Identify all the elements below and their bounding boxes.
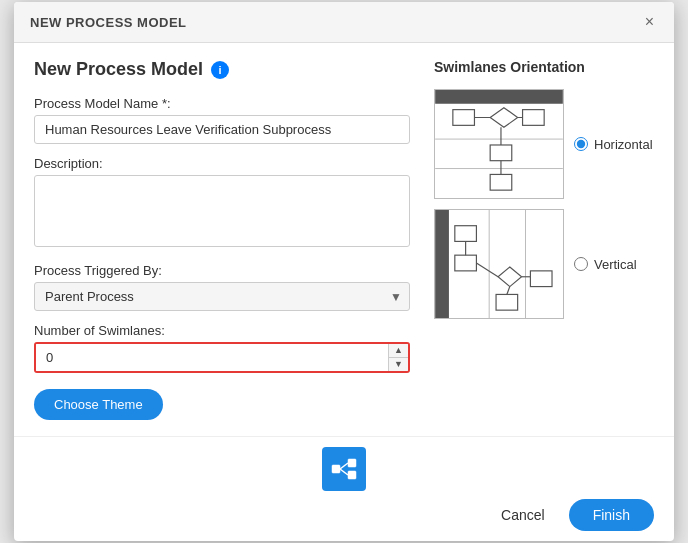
triggered-by-field: Process Triggered By: Parent Process ▼ — [34, 263, 410, 311]
left-panel: New Process Model i Process Model Name *… — [34, 59, 410, 420]
swimlanes-decrement-button[interactable]: ▼ — [389, 358, 408, 371]
vertical-text: Vertical — [594, 257, 637, 272]
horizontal-text: Horizontal — [594, 137, 653, 152]
svg-rect-22 — [496, 294, 518, 310]
info-icon[interactable]: i — [211, 61, 229, 79]
triggered-by-select[interactable]: Parent Process — [34, 282, 410, 311]
svg-line-23 — [507, 287, 510, 295]
description-label: Description: — [34, 156, 410, 171]
svg-rect-26 — [348, 471, 356, 479]
vertical-orientation-option: Vertical — [434, 209, 654, 319]
swimlanes-label: Number of Swimlanes: — [34, 323, 410, 338]
vertical-radio[interactable] — [574, 257, 588, 271]
triggered-by-label: Process Triggered By: — [34, 263, 410, 278]
svg-line-27 — [340, 463, 348, 469]
close-button[interactable]: × — [641, 12, 658, 32]
horizontal-diagram — [434, 89, 564, 199]
process-name-label: Process Model Name *: — [34, 96, 410, 111]
swimlanes-spinner: ▲ ▼ — [388, 344, 408, 371]
svg-rect-0 — [435, 90, 563, 104]
svg-rect-16 — [455, 255, 477, 271]
horizontal-radio[interactable] — [574, 137, 588, 151]
orientation-title: Swimlanes Orientation — [434, 59, 654, 75]
svg-marker-4 — [490, 108, 517, 128]
svg-rect-25 — [348, 459, 356, 467]
dialog-footer: Cancel Finish — [14, 436, 674, 541]
swimlanes-increment-button[interactable]: ▲ — [389, 344, 408, 358]
finish-button[interactable]: Finish — [569, 499, 654, 531]
svg-rect-8 — [490, 145, 512, 161]
horizontal-label: Horizontal — [574, 137, 653, 152]
dialog-body: New Process Model i Process Model Name *… — [14, 43, 674, 436]
process-name-input[interactable] — [34, 115, 410, 144]
swimlanes-field: Number of Swimlanes: ▲ ▼ — [34, 323, 410, 373]
svg-rect-5 — [523, 110, 545, 126]
svg-rect-15 — [455, 226, 477, 242]
swimlanes-input[interactable] — [36, 344, 388, 371]
vertical-label: Vertical — [574, 257, 637, 272]
description-field: Description: — [34, 156, 410, 251]
dialog-titlebar: NEW PROCESS MODEL × — [14, 2, 674, 43]
network-icon — [331, 456, 357, 482]
svg-rect-3 — [453, 110, 475, 126]
svg-line-28 — [340, 469, 348, 475]
horizontal-orientation-option: Horizontal — [434, 89, 654, 199]
swimlanes-input-wrapper: ▲ ▼ — [34, 342, 410, 373]
choose-theme-button[interactable]: Choose Theme — [34, 389, 163, 420]
new-process-model-dialog: NEW PROCESS MODEL × New Process Model i … — [14, 2, 674, 541]
footer-actions: Cancel Finish — [489, 499, 654, 531]
vertical-diagram-svg — [435, 210, 563, 318]
svg-marker-17 — [498, 267, 522, 287]
process-name-field: Process Model Name *: — [34, 96, 410, 144]
svg-line-20 — [476, 263, 498, 277]
triggered-by-select-wrapper: Parent Process ▼ — [34, 282, 410, 311]
heading-text: New Process Model — [34, 59, 203, 80]
dialog-title: NEW PROCESS MODEL — [30, 15, 187, 30]
cancel-button[interactable]: Cancel — [489, 501, 557, 529]
right-panel: Swimlanes Orientation — [434, 59, 654, 420]
svg-rect-24 — [332, 465, 340, 473]
horizontal-diagram-svg — [435, 90, 563, 198]
svg-rect-18 — [530, 271, 552, 287]
vertical-diagram — [434, 209, 564, 319]
description-input[interactable] — [34, 175, 410, 247]
process-model-icon — [322, 447, 366, 491]
svg-rect-9 — [490, 174, 512, 190]
svg-rect-12 — [435, 210, 449, 318]
dialog-heading: New Process Model i — [34, 59, 410, 80]
